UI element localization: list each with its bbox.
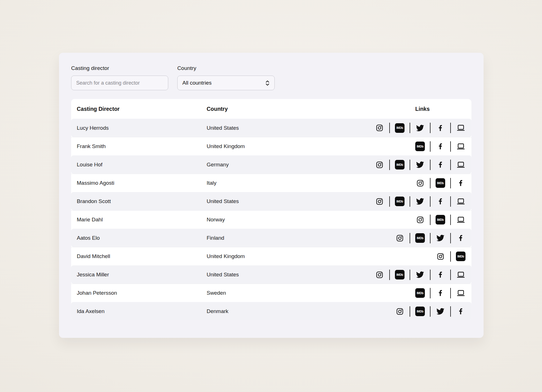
link-separator: [430, 160, 430, 170]
instagram-link[interactable]: [435, 251, 446, 262]
link-separator: [389, 196, 390, 207]
imdb-link[interactable]: IMDb: [415, 232, 425, 244]
director-name-cell: Marie Dahl: [71, 217, 207, 223]
instagram-link[interactable]: [374, 196, 385, 207]
twitter-icon: [416, 124, 424, 132]
imdb-link[interactable]: IMDb: [394, 122, 405, 134]
instagram-icon: [396, 308, 404, 315]
instagram-icon: [416, 179, 424, 187]
instagram-link[interactable]: [415, 214, 425, 225]
instagram-link[interactable]: [374, 159, 385, 170]
country-select[interactable]: All countries: [177, 76, 275, 90]
links-cell: IMDb: [359, 251, 471, 262]
instagram-icon: [437, 253, 444, 260]
director-name-cell: Lucy Herrods: [71, 125, 207, 131]
facebook-icon: [436, 197, 444, 205]
facebook-link[interactable]: [435, 159, 446, 170]
facebook-link[interactable]: [455, 306, 466, 317]
facebook-icon: [457, 234, 465, 242]
links-cell: IMDb: [359, 159, 471, 170]
link-separator: [450, 123, 451, 133]
facebook-link[interactable]: [435, 196, 446, 207]
website-icon: [456, 289, 465, 297]
website-link[interactable]: [455, 196, 466, 207]
imdb-icon: IMDb: [415, 142, 425, 151]
imdb-link[interactable]: IMDb: [415, 287, 425, 299]
director-name-cell: Johan Petersson: [71, 290, 207, 296]
twitter-link[interactable]: [415, 196, 425, 207]
imdb-icon: IMDb: [415, 307, 425, 316]
imdb-link[interactable]: IMDb: [394, 196, 405, 207]
links-cell: IMDb: [359, 196, 471, 207]
imdb-link[interactable]: IMDb: [435, 214, 446, 225]
website-link[interactable]: [455, 269, 466, 280]
filter-bar: Casting director Country All countries: [71, 65, 471, 90]
country-cell: Germany: [207, 162, 359, 168]
link-separator: [450, 233, 451, 243]
table-row: Louise Hof Germany IMDb: [71, 155, 471, 174]
table-body: Lucy Herrods United States IMDb Frank Sm…: [71, 119, 471, 320]
facebook-link[interactable]: [435, 269, 446, 280]
imdb-link[interactable]: IMDb: [415, 306, 425, 317]
instagram-link[interactable]: [394, 306, 405, 317]
imdb-icon: IMDb: [395, 160, 405, 169]
website-link[interactable]: [455, 214, 466, 225]
country-cell: Norway: [207, 217, 359, 223]
imdb-link[interactable]: IMDb: [455, 251, 466, 262]
imdb-link[interactable]: IMDb: [415, 141, 425, 152]
table-row: Jessica Miller United States IMDb: [71, 265, 471, 284]
instagram-link[interactable]: [374, 269, 385, 280]
table-header-row: Casting Director Country Links: [71, 99, 471, 119]
director-name-cell: Jessica Miller: [71, 272, 207, 278]
instagram-link[interactable]: [394, 232, 405, 244]
director-filter-label: Casting director: [71, 65, 168, 71]
instagram-link[interactable]: [415, 177, 425, 189]
director-filter-group: Casting director: [71, 65, 168, 90]
director-name-cell: Aatos Elo: [71, 235, 207, 241]
imdb-icon: IMDb: [395, 270, 405, 279]
imdb-link[interactable]: IMDb: [435, 177, 446, 189]
facebook-link[interactable]: [455, 232, 466, 244]
imdb-icon: IMDb: [456, 252, 465, 261]
twitter-link[interactable]: [435, 306, 446, 317]
instagram-link[interactable]: [374, 122, 385, 134]
website-link[interactable]: [455, 141, 466, 152]
facebook-link[interactable]: [435, 141, 446, 152]
table-row: Marie Dahl Norway IMDb: [71, 210, 471, 229]
facebook-link[interactable]: [435, 287, 446, 299]
twitter-icon: [436, 307, 444, 315]
imdb-link[interactable]: IMDb: [394, 269, 405, 280]
link-separator: [389, 123, 390, 133]
links-cell: IMDb: [359, 122, 471, 134]
twitter-link[interactable]: [415, 159, 425, 170]
table-row: Aatos Elo Finland IMDb: [71, 229, 471, 247]
twitter-link[interactable]: [415, 122, 425, 134]
country-cell: Sweden: [207, 290, 359, 296]
instagram-icon: [396, 234, 404, 242]
facebook-icon: [436, 289, 444, 297]
director-name-cell: Massimo Agosti: [71, 180, 207, 186]
link-separator: [410, 160, 410, 170]
instagram-icon: [376, 198, 383, 205]
facebook-link[interactable]: [455, 177, 466, 189]
facebook-link[interactable]: [435, 122, 446, 134]
imdb-icon: IMDb: [436, 178, 445, 188]
country-filter-label: Country: [177, 65, 275, 71]
imdb-link[interactable]: IMDb: [394, 159, 405, 170]
website-link[interactable]: [455, 122, 466, 134]
website-link[interactable]: [455, 287, 466, 299]
website-link[interactable]: [455, 159, 466, 170]
twitter-icon: [416, 197, 424, 205]
link-separator: [450, 288, 451, 298]
header-links: Links: [359, 106, 471, 112]
facebook-icon: [436, 124, 444, 132]
search-input[interactable]: [71, 76, 168, 90]
twitter-link[interactable]: [415, 269, 425, 280]
country-filter-group: Country All countries: [177, 65, 275, 90]
link-separator: [389, 270, 390, 280]
link-separator: [410, 233, 410, 243]
link-separator: [410, 196, 410, 207]
website-icon: [456, 124, 465, 132]
table-row: Frank Smith United Kingdom IMDb: [71, 137, 471, 155]
twitter-link[interactable]: [435, 232, 446, 244]
